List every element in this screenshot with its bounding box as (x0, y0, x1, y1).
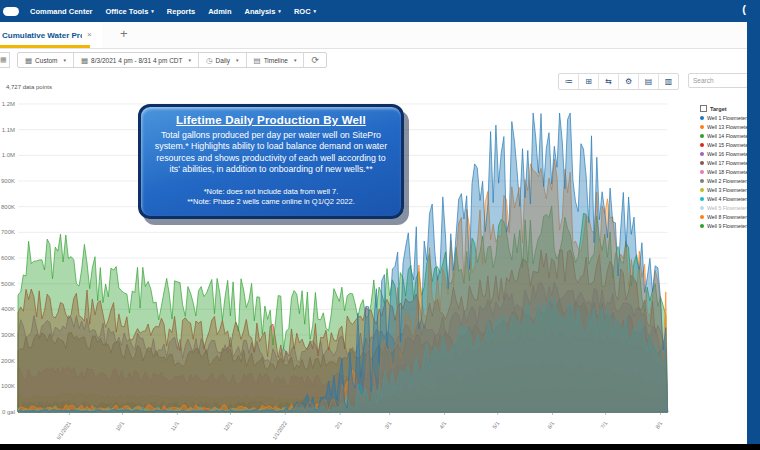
legend-label: Well 2 Flowmeter (707, 178, 747, 184)
legend-swatch-icon (700, 215, 704, 219)
svg-text:3/1: 3/1 (383, 420, 392, 430)
annotation-callout: Lifetime Daily Production By Well Total … (138, 104, 404, 219)
settings-icon[interactable]: ⚙ (619, 74, 639, 89)
table-view-icon[interactable]: ⊞ (579, 74, 599, 89)
legend-item-well-5-flowmeter[interactable]: Well 5 Flowmeter (700, 203, 750, 212)
legend-item-well-18-flowmeter[interactable]: Well 18 Flowmeter (700, 167, 750, 176)
app-logo-icon (3, 7, 19, 16)
legend-item-well-8-flowmeter[interactable]: Well 8 Flowmeter (700, 212, 750, 221)
nav-item-label: Command Center (30, 7, 93, 16)
range-preset-dropdown[interactable]: ▦Custom▾ (18, 53, 74, 67)
dropdown-label: Daily (216, 57, 230, 64)
svg-text:9/1/2021: 9/1/2021 (55, 420, 72, 441)
svg-text:1.1M: 1.1M (2, 127, 15, 133)
legend-swatch-icon (700, 143, 704, 147)
callout-note-1: *Note: does not include data from well 7… (151, 187, 391, 197)
legend-item-well-17-flowmeter[interactable]: Well 17 Flowmeter (700, 158, 750, 167)
svg-text:1.2M: 1.2M (2, 101, 15, 107)
nav-item-label: Admin (208, 7, 231, 16)
legend-item-well-14-flowmeter[interactable]: Well 14 Flowmeter (700, 131, 750, 140)
dropdown-label: Timeline (264, 57, 288, 64)
svg-text:900K: 900K (1, 178, 15, 184)
legend-swatch-icon (700, 170, 704, 174)
legend-item-well-16-flowmeter[interactable]: Well 16 Flowmeter (700, 149, 750, 158)
svg-text:400K: 400K (1, 306, 15, 312)
export-file-icon[interactable]: ▤ (639, 74, 659, 89)
nav-item-office-tools[interactable]: Office Tools▾ (106, 7, 154, 16)
chart-toolbar: ▦ ▦Custom▾▦8/3/2021 4 pm - 8/31 4 pm CDT… (0, 52, 327, 68)
tab-close-icon[interactable]: × (87, 31, 92, 39)
svg-text:800K: 800K (1, 204, 15, 210)
target-checkbox[interactable] (700, 105, 707, 112)
top-navbar: Command CenterOffice Tools▾ReportsAdminA… (0, 0, 760, 22)
clock-icon: ◷ (206, 56, 213, 65)
legend-item-well-4-flowmeter[interactable]: Well 4 Flowmeter (700, 194, 750, 203)
legend-item-well-1-flowmeter[interactable]: Well 1 Flowmeter (700, 113, 750, 122)
nav-item-label: Office Tools (106, 7, 149, 16)
active-tab-underline (0, 45, 90, 48)
nav-item-label: Reports (167, 7, 195, 16)
date-range-dropdown[interactable]: ▦8/3/2021 4 pm - 8/31 4 pm CDT▾ (74, 53, 199, 67)
legend-swatch-icon (700, 152, 704, 156)
compare-columns-icon[interactable]: ⇆ (599, 74, 619, 89)
svg-text:600K: 600K (1, 255, 15, 261)
search-input[interactable] (688, 73, 750, 88)
legend-swatch-icon (700, 161, 704, 165)
legend-item-well-2-flowmeter[interactable]: Well 2 Flowmeter (700, 176, 750, 185)
list-view-icon[interactable]: ≔ (559, 74, 579, 89)
calendar-grid-icon: ▦ (25, 56, 32, 65)
chevron-down-icon: ▾ (236, 57, 239, 63)
svg-text:700K: 700K (1, 229, 15, 235)
legend-swatch-icon (700, 224, 704, 228)
bottom-edge-strip (0, 444, 760, 450)
data-points-count: 4,727 data points (6, 84, 52, 90)
chart-action-icons: ≔⊞⇆⚙▤▥ (558, 73, 679, 90)
chevron-down-icon: ▾ (294, 57, 297, 63)
clipped-toolbar-icon[interactable]: ▦ (0, 52, 10, 68)
legend-swatch-icon (700, 206, 704, 210)
legend-item-target[interactable]: Target (700, 104, 750, 113)
chevron-down-icon: ▾ (151, 8, 154, 14)
dropdown-label: Custom (35, 57, 57, 64)
new-tab-button[interactable]: + (120, 26, 128, 41)
nav-item-roc[interactable]: ROC▾ (294, 7, 316, 16)
timeline-chart-icon: ▤ (254, 56, 261, 65)
tab-bar: Cumulative Water Prod... × + (0, 22, 760, 49)
view-mode-dropdown[interactable]: ▤Timeline▾ (247, 53, 305, 67)
legend-label: Well 9 Flowmeter (707, 223, 747, 229)
legend-label: Well 4 Flowmeter (707, 196, 747, 202)
callout-notes: *Note: does not include data from well 7… (151, 187, 391, 207)
legend-label: Well 17 Flowmeter (707, 160, 750, 166)
legend-item-well-9-flowmeter[interactable]: Well 9 Flowmeter (700, 221, 750, 230)
legend-label: Target (710, 106, 727, 112)
interval-dropdown[interactable]: ◷Daily▾ (199, 53, 247, 67)
tab-cumulative-water-prod[interactable]: Cumulative Water Prod... × (0, 22, 102, 48)
nav-item-reports[interactable]: Reports (167, 7, 195, 16)
svg-text:12/1: 12/1 (222, 420, 233, 432)
svg-text:8/1: 8/1 (654, 420, 663, 430)
svg-text:0 gal: 0 gal (2, 409, 15, 415)
legend-item-well-3-flowmeter[interactable]: Well 3 Flowmeter (700, 185, 750, 194)
legend-item-well-13-flowmeter[interactable]: Well 13 Flowmeter (700, 122, 750, 131)
nav-item-label: Analysis (245, 7, 276, 16)
svg-text:200K: 200K (1, 358, 15, 364)
callout-title: Lifetime Daily Production By Well (151, 114, 391, 126)
refresh-button[interactable]: ⟳ (304, 53, 326, 67)
nav-item-command-center[interactable]: Command Center (30, 7, 93, 16)
legend-label: Well 13 Flowmeter (707, 124, 750, 130)
callout-note-2: **Note: Phase 2 wells came online in Q1/… (151, 197, 391, 207)
svg-text:500K: 500K (1, 281, 15, 287)
svg-text:11/1: 11/1 (169, 420, 180, 432)
chevron-down-icon: ▾ (64, 57, 67, 63)
nav-item-analysis[interactable]: Analysis▾ (245, 7, 281, 16)
legend-label: Well 5 Flowmeter (707, 205, 747, 211)
nav-item-admin[interactable]: Admin (208, 7, 231, 16)
nav-item-label: ROC (294, 7, 311, 16)
legend-label: Well 1 Flowmeter (707, 115, 747, 121)
legend-label: Well 3 Flowmeter (707, 187, 747, 193)
legend-item-well-15-flowmeter[interactable]: Well 15 Flowmeter (700, 140, 750, 149)
legend-swatch-icon (700, 197, 704, 201)
export-excel-icon[interactable]: ▥ (659, 74, 678, 89)
legend-label: Well 16 Flowmeter (707, 151, 750, 157)
legend-swatch-icon (700, 179, 704, 183)
